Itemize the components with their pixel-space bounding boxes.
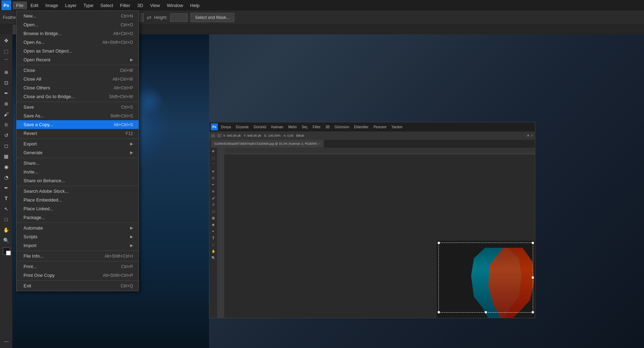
- menu-invite[interactable]: Invite...: [16, 168, 139, 176]
- clone-stamp-btn[interactable]: ⎘: [1, 120, 11, 130]
- menu-export[interactable]: Export ▶: [16, 139, 139, 148]
- menu-new[interactable]: New... Ctrl+N: [16, 12, 139, 20]
- select-mask-button[interactable]: Select and Mask...: [190, 13, 234, 22]
- inner-zoom-label: G: 100,00%: [264, 134, 281, 137]
- inner-tool-type: T: [210, 235, 216, 241]
- menu-adobe-stock[interactable]: Search Adobe Stock...: [16, 187, 139, 196]
- menu-image[interactable]: Image: [42, 1, 61, 9]
- swap-icon: ⇄: [147, 14, 151, 21]
- inner-rect-btn: □: [217, 134, 221, 138]
- inner-tool-brush: 🖌: [210, 195, 216, 201]
- path-selection-btn[interactable]: ↖: [1, 204, 11, 214]
- inner-ps-logo: Ps: [211, 123, 218, 130]
- gradient-btn[interactable]: ▦: [1, 151, 11, 161]
- eyedropper-btn[interactable]: ✒: [1, 88, 11, 98]
- menu-print[interactable]: Print... Ctrl+P: [16, 262, 139, 271]
- menu-open[interactable]: Open... Ctrl+O: [16, 20, 139, 29]
- menu-automate[interactable]: Automate ▶: [16, 224, 139, 232]
- menu-view[interactable]: View: [147, 1, 163, 9]
- portrait-area: [437, 241, 535, 318]
- menu-type[interactable]: Type: [80, 1, 97, 9]
- history-brush-btn[interactable]: ↺: [1, 130, 11, 140]
- inner-canvas: [217, 148, 535, 318]
- inner-tool-blur: ◉: [210, 221, 216, 228]
- move-tool-btn[interactable]: ✥: [1, 36, 11, 46]
- inner-document-tab: 010964036ba06f736b976af473326906.jpg @ 3…: [211, 140, 324, 148]
- inner-menu-bar: Ps Dosya Düzenle Görüntü Katman Metin Se…: [209, 122, 535, 131]
- inner-menu-metin: Metin: [287, 124, 298, 130]
- handle-tr: [532, 242, 534, 244]
- inner-ruler-horizontal: [225, 148, 535, 154]
- menu-revert[interactable]: Revert F12: [16, 129, 139, 138]
- menu-close-bridge[interactable]: Close and Go to Bridge... Shift+Ctrl+W: [16, 92, 139, 101]
- menu-file[interactable]: File: [13, 1, 27, 9]
- inner-tool-clone: ⎘: [210, 202, 216, 208]
- rectangular-marquee-btn[interactable]: ⬚: [1, 46, 11, 56]
- menu-edit[interactable]: Edit: [27, 1, 42, 9]
- hand-btn[interactable]: ✋: [1, 225, 11, 235]
- inner-tool-crop: ⊡: [210, 175, 216, 181]
- menu-section-close: Close Ctrl+W Close All Alt+Ctrl+W Close …: [16, 65, 139, 102]
- lasso-btn[interactable]: ⌒: [1, 57, 11, 67]
- left-toolbar: ✥ ⬚ ⌒ ⊕ ⊡ ✒ ⊛ 🖌 ⎘ ↺ ◻ ▦ ◉ ◔ ✒ T ↖ □ ✋ 🔍 …: [0, 34, 13, 348]
- inner-tool-eyedrop: ✒: [210, 182, 216, 188]
- menu-generate[interactable]: Generate ▶: [16, 148, 139, 157]
- menu-share[interactable]: Share...: [16, 159, 139, 168]
- inner-menu-yardim: Yardım: [390, 124, 404, 130]
- inner-tool-hand: ✋: [210, 248, 216, 254]
- inner-tool-select: ⊕: [210, 168, 216, 175]
- menu-close-others[interactable]: Close Others Alt+Ctrl+P: [16, 83, 139, 92]
- inner-tool-eraser: ◻: [210, 208, 216, 214]
- menu-section-export: Export ▶ Generate ▶: [16, 139, 139, 158]
- menu-filter[interactable]: Filter: [116, 1, 134, 9]
- inner-menu-3b: 3B: [324, 124, 331, 130]
- menu-file-info[interactable]: File Info... Alt+Shift+Ctrl+I: [16, 252, 139, 260]
- menu-exit[interactable]: Exit Ctrl+Q: [16, 281, 139, 290]
- dodge-btn[interactable]: ◔: [1, 172, 11, 182]
- menu-open-recent[interactable]: Open Recent ▶: [16, 55, 139, 64]
- type-btn[interactable]: T: [1, 193, 11, 203]
- inner-confirm-icons: ✕ ✓: [527, 134, 534, 137]
- quick-selection-btn[interactable]: ⊕: [1, 67, 11, 77]
- menu-save-copy[interactable]: Save a Copy... Alt+Ctrl+S: [16, 120, 139, 129]
- menu-close[interactable]: Close Ctrl+W: [16, 66, 139, 75]
- menu-open-smart[interactable]: Open as Smart Object...: [16, 47, 139, 55]
- ps-logo: Ps: [1, 0, 11, 10]
- menu-select[interactable]: Select: [97, 1, 116, 9]
- foreground-color[interactable]: [3, 247, 10, 254]
- menu-browse-bridge[interactable]: Browse in Bridge... Alt+Ctrl+O: [16, 29, 139, 38]
- pen-btn[interactable]: ✒: [1, 183, 11, 193]
- brush-btn[interactable]: 🖌: [1, 109, 11, 119]
- menu-open-as[interactable]: Open As... Alt+Shift+Ctrl+O: [16, 38, 139, 47]
- menu-scripts[interactable]: Scripts ▶: [16, 232, 139, 241]
- menu-save[interactable]: Save Ctrl+S: [16, 103, 139, 111]
- zoom-btn[interactable]: 🔍: [1, 236, 11, 245]
- inner-tab-title: 010964036ba06f736b976af473326906.jpg @ 3…: [214, 142, 317, 145]
- eraser-btn[interactable]: ◻: [1, 141, 11, 151]
- inner-tool-shape: □: [210, 241, 216, 248]
- more-tools-btn[interactable]: ⋯: [1, 337, 11, 347]
- menu-section-automate: Automate ▶ Scripts ▶ Import ▶: [16, 223, 139, 251]
- menu-window[interactable]: Window: [163, 1, 187, 9]
- menu-place-linked[interactable]: Place Linked...: [16, 204, 139, 213]
- healing-brush-btn[interactable]: ⊛: [1, 99, 11, 109]
- blur-btn[interactable]: ◉: [1, 162, 11, 172]
- inner-menu-duzenle: Düzenle: [234, 124, 250, 130]
- menu-package[interactable]: Package...: [16, 213, 139, 222]
- menu-behance[interactable]: Share on Behance...: [16, 176, 139, 185]
- shape-btn[interactable]: □: [1, 214, 11, 224]
- menu-layer[interactable]: Layer: [62, 1, 80, 9]
- menu-print-one-copy[interactable]: Print One Copy Alt+Shift+Ctrl+P: [16, 271, 139, 280]
- handle-bl: [438, 311, 440, 313]
- inner-tool-heal: ⊛: [210, 188, 216, 195]
- menu-place-embedded[interactable]: Place Embedded...: [16, 196, 139, 204]
- menu-import[interactable]: Import ▶: [16, 241, 139, 250]
- menu-3d[interactable]: 3D: [134, 1, 147, 9]
- height-input[interactable]: [170, 13, 188, 22]
- height-label: Height:: [154, 15, 167, 20]
- menu-save-as[interactable]: Save As... Shift+Ctrl+S: [16, 111, 139, 120]
- menu-close-all[interactable]: Close All Alt+Ctrl+W: [16, 75, 139, 83]
- crop-btn[interactable]: ⊡: [1, 78, 11, 88]
- menu-help[interactable]: Help: [187, 1, 203, 9]
- handle-br: [532, 311, 534, 313]
